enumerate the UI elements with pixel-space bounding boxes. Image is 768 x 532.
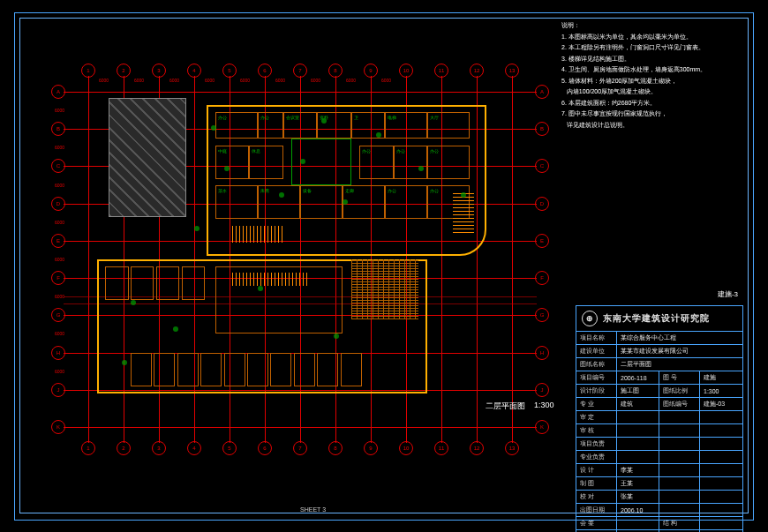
- grid-bubble: 10: [399, 441, 413, 455]
- grid-bubble: A: [51, 85, 65, 99]
- grid-bubble: 3: [152, 64, 166, 78]
- grid-bubble: 1: [81, 64, 95, 78]
- landscape-dot: [279, 192, 284, 198]
- room-label: 会议室: [286, 115, 299, 120]
- dimension-text: 6000: [55, 220, 64, 225]
- grid-bubble: E: [51, 234, 65, 248]
- drawing-notes: 说明： 1. 本图标高以米为单位，其余均以毫米为单位。 2. 本工程除另有注明外…: [561, 21, 738, 131]
- grid-bubble: 13: [505, 64, 519, 78]
- grid-bubble: K: [51, 420, 65, 434]
- grid-bubble: K: [535, 420, 549, 434]
- note-line: 说明：: [561, 21, 738, 31]
- tb-label: [659, 504, 700, 516]
- room-label: 办公: [362, 148, 371, 154]
- tb-value: [700, 438, 742, 450]
- room: [131, 353, 152, 386]
- title-block-sign: 会 签结 构给排水电 气暖 通: [576, 517, 742, 532]
- tb-value: [700, 451, 742, 463]
- grid-bubble: 5: [222, 441, 237, 455]
- institute-logo-icon: ⊕: [582, 311, 598, 326]
- roof-hatch: [109, 99, 185, 216]
- note-line: 2. 本工程除另有注明外，门窗洞口尺寸详见门窗表。: [561, 43, 738, 53]
- tb-value: [700, 477, 742, 490]
- grid-bubble: 8: [328, 64, 343, 78]
- grid-bubble: B: [535, 122, 549, 136]
- tb-value: 王某: [617, 477, 659, 490]
- tb-value: 1:300: [700, 385, 742, 397]
- landscape-dot: [343, 199, 348, 205]
- tb-value: [617, 451, 659, 463]
- tb-label: 制 图: [576, 477, 617, 490]
- note-line: 6. 本层建筑面积：约2680平方米。: [561, 99, 738, 109]
- gridline-horizontal: [64, 427, 537, 428]
- tb-value: [617, 517, 659, 529]
- dimension-text: 6000: [55, 108, 64, 113]
- tb-label: 图纸名称: [576, 358, 617, 371]
- tb-label: 设 计: [576, 464, 617, 476]
- tb-label: 审 核: [576, 424, 617, 437]
- grid-bubble: 1: [81, 441, 95, 455]
- tb-value: 建筑: [617, 398, 659, 410]
- tb-label: 出图日期: [576, 504, 617, 516]
- room: [270, 353, 291, 386]
- grid-bubble: D: [51, 197, 65, 211]
- note-line: 内墙100/200厚加气混凝土砌块。: [561, 87, 738, 97]
- grid-bubble: F: [535, 271, 549, 285]
- grid-bubble: 4: [187, 441, 201, 455]
- gridline-horizontal: [64, 92, 537, 93]
- tb-label: 项目编号: [576, 371, 617, 384]
- room-label: 卫: [354, 115, 358, 120]
- tb-label: [659, 411, 700, 423]
- grid-bubble: C: [535, 159, 549, 173]
- grid-bubble: G: [51, 308, 65, 322]
- grid-bubble: 2: [117, 441, 131, 455]
- grid-bubble: 6: [258, 64, 272, 78]
- tb-value: 2006-118: [617, 371, 659, 384]
- grid-bubble: J: [535, 383, 549, 397]
- tb-value: [700, 491, 742, 503]
- project-label: 建施-3: [718, 289, 738, 299]
- room: [317, 353, 338, 386]
- tb-label: 审 定: [576, 411, 617, 423]
- stair: [453, 192, 474, 233]
- room-label: 办公: [388, 188, 396, 193]
- drawing-scale: 1:300: [534, 401, 554, 409]
- tb-label: [659, 451, 700, 463]
- room-label: 休息: [252, 148, 260, 154]
- room-label: 办公: [430, 148, 439, 154]
- note-line: 1. 本图标高以米为单位，其余均以毫米为单位。: [561, 33, 738, 42]
- grid-bubble: 2: [117, 64, 131, 78]
- grid-bubble: 9: [364, 64, 378, 78]
- landscape-dot: [300, 159, 305, 164]
- dimension-text: 6000: [240, 78, 250, 83]
- tb-label: 结 构: [659, 517, 700, 529]
- plan-area: 1122600033600044600055600066600077600088…: [53, 65, 547, 453]
- room-label: 走廊: [345, 188, 354, 193]
- tb-value: 二层平面图: [617, 358, 742, 371]
- grid-bubble: 6: [258, 441, 272, 455]
- grid-bubble: 9: [364, 441, 378, 455]
- tb-value: 2006.10: [617, 504, 659, 516]
- grid-bubble: 10: [399, 64, 413, 78]
- grid-bubble: J: [51, 383, 65, 397]
- grid-bubble: G: [535, 308, 549, 322]
- tb-value: 某综合服务中心工程: [617, 332, 742, 344]
- note-line: 3. 楼梯详见结构施工图。: [561, 55, 738, 64]
- landscape-dot: [224, 166, 230, 171]
- grid-bubble: 11: [434, 441, 448, 455]
- grid-bubble: 11: [434, 64, 448, 78]
- pergola-grid: [351, 259, 419, 319]
- room-label: 办公: [260, 115, 269, 120]
- room-label: 茶水: [218, 188, 227, 193]
- sheet-footer: SHEET 3: [300, 506, 326, 513]
- room-label: 库房: [260, 188, 269, 193]
- room: [156, 266, 179, 300]
- tb-value: 某某市建设发展有限公司: [617, 345, 742, 357]
- grid-bubble: 7: [293, 441, 307, 455]
- tb-label: 会 签: [576, 517, 617, 529]
- gridline-vertical: [88, 76, 89, 443]
- tb-label: [659, 464, 700, 476]
- room-label: 办公: [396, 148, 405, 154]
- dimension-text: 6000: [55, 145, 64, 150]
- tb-value: 建施: [700, 371, 742, 384]
